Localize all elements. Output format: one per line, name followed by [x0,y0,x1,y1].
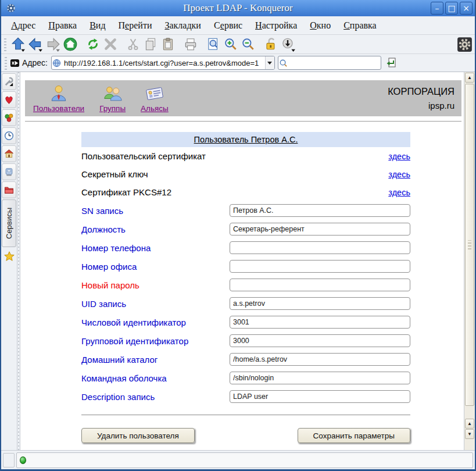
description-input[interactable] [230,390,410,403]
phone-input[interactable] [230,241,410,254]
sidebar-config-button[interactable] [2,73,16,90]
cut-button[interactable] [124,36,142,53]
sidebar-tab-services[interactable]: Сервисы [2,199,16,247]
preview-icon [206,37,221,52]
stop-icon [103,37,118,52]
uidnumber-input[interactable] [230,316,410,329]
sn-input[interactable] [230,204,410,217]
url-input[interactable] [62,56,265,69]
position-input[interactable] [230,223,410,236]
save-params-button[interactable]: Сохранить параметры [298,428,410,443]
cut-icon [126,37,141,52]
sidebar-folder-button[interactable] [2,181,16,198]
minimize-button[interactable]: – [431,2,443,15]
popup-download-icon [281,37,296,52]
red-folder-icon [3,184,15,195]
field-label-description: Description запись [81,392,155,402]
zoom-in-icon [223,37,238,52]
home-directory-input[interactable] [230,353,410,366]
stop-button[interactable] [102,36,119,53]
menu-spravka[interactable]: Справка [338,19,382,33]
sidebar-tab-services-label: Сервисы [5,208,13,239]
cert-row-pkcs12: Сертификат PKCS#12 здесь [81,183,410,201]
field-label-shell: Командная оболочка [81,373,167,383]
close-button[interactable]: × [460,2,473,15]
forward-button[interactable] [44,36,62,53]
sidebar-home-button[interactable] [2,145,16,162]
secret-key-link[interactable]: здесь [388,170,410,179]
new-password-input[interactable] [230,279,410,291]
popup-download-button[interactable] [280,36,297,53]
gidnumber-input[interactable] [230,334,410,347]
clear-location-icon[interactable] [10,58,20,68]
zoom-out-icon [241,37,256,52]
sidebar-devices-button[interactable] [2,163,16,180]
menu-servis[interactable]: Сервис [209,19,248,33]
wrench-icon [3,76,15,87]
scrollbar-down-button[interactable]: ▼ [465,429,474,439]
go-button[interactable] [384,55,399,70]
status-message-field [16,452,473,468]
scrollbar-up-button-2[interactable]: ▲ [465,419,474,429]
back-button[interactable] [27,36,44,53]
menu-adres[interactable]: Адрес [6,19,41,33]
statusbar-panel-toggle[interactable] [3,453,15,468]
pkcs12-link[interactable]: здесь [388,188,410,197]
reload-button[interactable] [84,36,102,53]
menu-nastroyka[interactable]: Настройка [250,19,302,33]
scrollbar-thumb[interactable] [465,84,474,406]
field-label-uidnumber: Числовой идентификатор [81,317,186,327]
uid-input[interactable] [230,297,410,310]
user-certificate-link[interactable]: здесь [388,152,410,161]
nav-users-label: Пользователи [33,104,84,113]
nav-users[interactable]: Пользователи [33,84,84,113]
cert-row-secret-key: Секретный ключ здесь [81,165,410,183]
nav-groups[interactable]: Группы [99,84,126,113]
scrollbar-up-button[interactable]: ▲ [465,73,474,83]
nav-aliases[interactable]: Альясы [141,84,169,113]
sidebar-history-button[interactable] [2,109,16,126]
print-button[interactable] [182,36,199,53]
search-combobox[interactable] [278,56,381,70]
copy-icon [143,37,158,52]
menu-pravka[interactable]: Правка [43,19,82,33]
shell-input[interactable] [230,372,410,384]
maximize-button[interactable]: □ [445,2,458,15]
menu-pereyti[interactable]: Перейти [113,19,158,33]
form-title-text: Пользователь Петров А.С. [194,135,298,144]
window-title: Проект LDAP - Konqueror [1,2,475,14]
konqueror-window: Проект LDAP - Konqueror – □ × Адрес Прав… [0,0,476,471]
sidebar-clock-button[interactable] [2,127,16,144]
device-icon [3,166,15,177]
menu-okno[interactable]: Окно [305,19,336,33]
security-lock-button[interactable] [262,36,280,53]
print-icon [183,37,198,52]
url-combobox[interactable] [51,56,275,70]
vertical-scrollbar[interactable]: ▲ ▲ ▼ [464,72,475,450]
paste-button[interactable] [159,36,177,53]
toolbar-grip[interactable] [4,37,6,51]
url-dropdown-button[interactable] [265,56,274,69]
field-row-description: Description запись [81,387,410,406]
delete-user-button[interactable]: Удалить пользователя [81,428,195,443]
sidebar-star-button[interactable] [3,251,15,265]
field-row-position: Должность [81,220,410,238]
titlebar[interactable]: Проект LDAP - Konqueror – □ × [1,0,475,16]
lock-open-icon [263,37,278,52]
address-label: Адрес: [22,58,48,67]
statusbar [1,450,475,469]
office-input[interactable] [230,260,410,273]
menu-vid[interactable]: Вид [84,19,110,33]
zoom-in-button[interactable] [222,36,239,53]
addressbar: Адрес: [1,54,475,72]
menu-zakladki[interactable]: Закладки [159,19,206,33]
sidebar-bookmarks-button[interactable] [2,91,16,108]
field-row-uid: UID запись [81,294,410,313]
copy-button[interactable] [142,36,159,53]
addressbar-grip[interactable] [5,56,7,70]
home-button[interactable] [62,36,79,53]
up-button[interactable] [9,36,27,53]
search-input[interactable] [289,56,381,69]
zoom-out-button[interactable] [239,36,257,53]
preview-button[interactable] [205,36,222,53]
